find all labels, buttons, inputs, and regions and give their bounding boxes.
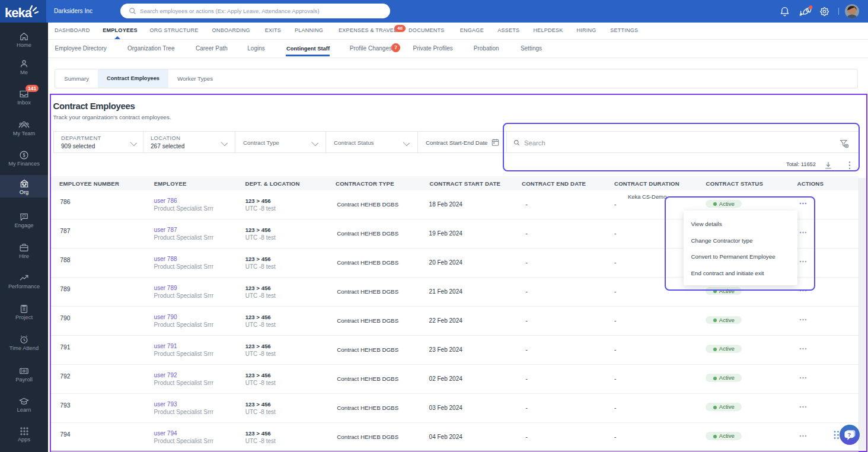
svg-text:keka: keka (5, 5, 33, 20)
svg-text:?: ? (848, 431, 851, 438)
